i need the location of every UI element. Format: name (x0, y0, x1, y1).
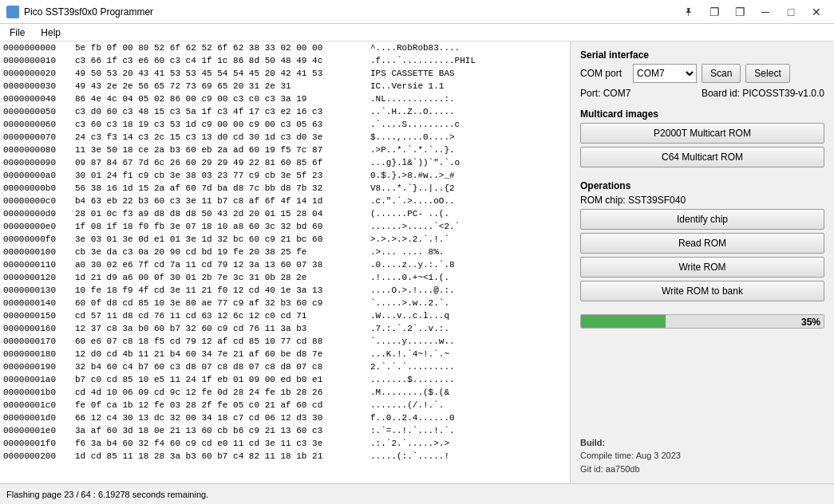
hex-bytes: 60 0f d8 cd 85 10 3e 80 ae 77 c9 af 32 b… (75, 298, 370, 308)
hex-addr: 0000000200 (3, 451, 75, 461)
hex-addr: 0000000060 (3, 120, 75, 129)
p2000t-multicart-button[interactable]: P2000T Multicart ROM (580, 123, 824, 144)
hex-ascii: .>... .... 8%. (370, 247, 444, 257)
hex-bytes: 1d 21 d9 a6 00 0f 30 01 2b 7e 3c 31 0b 2… (75, 273, 370, 282)
hex-row: 000000014060 0f d8 cd 85 10 3e 80 ae 77 … (0, 297, 570, 309)
hex-row: 0000000110a0 30 02 e6 7f cd 7a 11 cd 79 … (0, 258, 570, 271)
serial-row: COM port COM7 Scan Select (580, 64, 824, 83)
hex-row: 00000002001d cd 85 11 18 28 3a b3 60 b7 … (0, 450, 570, 463)
hex-bytes: 5e fb 0f 00 80 52 6f 62 52 6f 62 38 33 0… (75, 43, 370, 53)
select-button[interactable]: Select (745, 64, 789, 83)
hex-bytes: 12 d0 cd 4b 11 21 b4 60 34 7e 21 af 60 b… (75, 349, 370, 359)
menu-file[interactable]: File (6, 26, 28, 39)
hex-addr: 0000000140 (3, 298, 75, 308)
hex-row: 00000000005e fb 0f 00 80 52 6f 62 52 6f … (0, 41, 570, 54)
status-bar: Flashing page 23 / 64 : 6.19278 seconds … (0, 483, 834, 504)
hex-ascii: >.>.>.>.2.`.!.` (370, 234, 449, 244)
hex-addr: 00000000f0 (3, 234, 75, 244)
write-rom-to-bank-button[interactable]: Write ROM to bank (580, 281, 824, 301)
hex-ascii: ...g}.l&`))`".`.o (370, 158, 460, 167)
rom-chip-label: ROM chip: SST39SF040 (580, 195, 824, 206)
hex-row: 00000001f0f6 3a b4 60 32 f4 60 c9 cd e0 … (0, 437, 570, 450)
hex-row: 000000017060 e6 07 c8 18 f5 cd 79 12 af … (0, 335, 570, 348)
hex-ascii: :.`=..!.`...!.`. (370, 426, 455, 435)
minimize-button[interactable]: ─ (754, 4, 777, 20)
hex-row: 00000001e03a af 60 3d 18 0e 21 13 60 cb … (0, 424, 570, 437)
read-rom-button[interactable]: Read ROM (580, 233, 824, 254)
hex-ascii: .......(/.!.`. (370, 400, 444, 410)
restore1-button[interactable]: ❐ (703, 4, 725, 20)
compile-time: Compile time: Aug 3 2023 (580, 449, 824, 463)
hex-addr: 00000000c0 (3, 196, 75, 206)
hex-addr: 0000000170 (3, 337, 75, 346)
hex-row: 000000018012 d0 cd 4b 11 21 b4 60 34 7e … (0, 348, 570, 360)
hex-row: 00000001d066 12 c4 30 13 dc 32 00 34 18 … (0, 411, 570, 424)
menu-bar: File Help (0, 24, 834, 41)
hex-row: 000000002049 50 53 20 43 41 53 53 45 54 … (0, 67, 570, 80)
hex-bytes: cd 57 11 d8 cd 76 11 cd 63 12 6c 12 c0 c… (75, 311, 370, 321)
hex-ascii: .!....0.+~<1.(. (370, 273, 449, 282)
hex-ascii: V8...*.`}..|..{2 (370, 183, 455, 193)
hex-row: 00000000f03e 03 01 3e 0d e1 01 3e 1d 32 … (0, 233, 570, 246)
maximize-button[interactable]: □ (780, 4, 802, 20)
restore2-button[interactable]: ❐ (729, 4, 751, 20)
window-title: Pico SST39sf0x0 Programmer (24, 6, 153, 18)
hex-addr: 0000000000 (3, 43, 75, 53)
close-button[interactable]: ✕ (805, 4, 828, 20)
hex-ascii: f..0..2.4......0 (370, 413, 455, 423)
hex-addr: 00000001c0 (3, 400, 75, 410)
serial-section: Serial interface COM port COM7 Scan Sele… (580, 49, 824, 99)
hex-ascii: ...K.!.`4~!.`.~ (370, 349, 449, 359)
hex-addr: 0000000180 (3, 349, 75, 359)
hex-scroll[interactable]: 00000000005e fb 0f 00 80 52 6f 62 52 6f … (0, 41, 570, 483)
hex-row: 0000000060c3 60 c3 18 19 c3 53 1d c9 00 … (0, 118, 570, 131)
hex-bytes: cd 4d 10 06 09 cd 9c 12 fe 0d 28 24 fe 1… (75, 388, 370, 397)
hex-ascii: ^....RobRob83.... (370, 43, 460, 53)
hex-bytes: 28 01 0c f3 a9 d8 d8 d8 50 43 2d 20 01 1… (75, 209, 370, 219)
hex-ascii: .f...`..........PHIL (370, 56, 476, 65)
hex-bytes: 49 43 2e 2e 56 65 72 73 69 65 20 31 2e 3… (75, 81, 370, 91)
hex-ascii: .......$........ (370, 375, 455, 384)
port-info-row: Port: COM7 Board id: PICOSST39-v1.0.0 (580, 88, 824, 99)
serial-title: Serial interface (580, 49, 824, 61)
hex-ascii: (......PC- ..(. (370, 209, 449, 219)
hex-row: 00000001201d 21 d9 a6 00 0f 30 01 2b 7e … (0, 271, 570, 284)
c64-multicart-button[interactable]: C64 Multicart ROM (580, 147, 824, 167)
hex-bytes: 56 38 16 1d 15 2a af 60 7d ba d8 7c bb d… (75, 183, 370, 193)
hex-addr: 0000000130 (3, 285, 75, 295)
identify-chip-button[interactable]: Identify chip (580, 209, 824, 230)
build-section: Build: Compile time: Aug 3 2023 Git id: … (580, 436, 824, 476)
progress-section: 35% (580, 314, 824, 329)
hex-addr: 00000001a0 (3, 375, 75, 384)
hex-row: 0000000010c3 66 1f c3 e6 60 c3 c4 1f 1c … (0, 54, 570, 67)
multicard-title: Multicard images (580, 108, 824, 120)
hex-bytes: 3a af 60 3d 18 0e 21 13 60 cb b6 c9 21 1… (75, 426, 370, 435)
scan-button[interactable]: Scan (702, 64, 741, 83)
write-rom-button[interactable]: Write ROM (580, 257, 824, 278)
hex-bytes: c3 60 c3 18 19 c3 53 1d c9 00 00 c9 00 c… (75, 120, 370, 129)
hex-bytes: 10 fe 18 f9 4f cd 3e 11 21 f0 12 cd 40 1… (75, 285, 370, 295)
menu-help[interactable]: Help (38, 26, 64, 39)
hex-row: 00000001c0fe 0f ca 1b 12 fe 03 28 2f fe … (0, 399, 570, 411)
title-bar-controls: 🖈 ❐ ❐ ─ □ ✕ (678, 4, 828, 20)
pin-button[interactable]: 🖈 (678, 4, 700, 20)
hex-addr: 0000000150 (3, 311, 75, 321)
hex-addr: 0000000100 (3, 247, 75, 257)
com-port-select[interactable]: COM7 (633, 64, 697, 83)
hex-row: 000000008011 3e 50 18 ce 2a b3 60 eb 2a … (0, 144, 570, 156)
board-id-label: Board id: PICOSST39-v1.0.0 (702, 88, 824, 99)
hex-bytes: 09 87 84 67 7d 6c 26 60 29 29 49 22 81 6… (75, 158, 370, 167)
hex-row: 00000000c0b4 63 eb 22 b3 60 c3 3e 11 b7 … (0, 195, 570, 207)
title-bar-left: Pico SST39sf0x0 Programmer (6, 6, 153, 18)
hex-bytes: 1d cd 85 11 18 28 3a b3 60 b7 c4 82 11 1… (75, 451, 370, 461)
hex-bytes: 86 4e 4c 04 05 02 86 00 c9 00 c3 c0 c3 3… (75, 94, 370, 104)
hex-addr: 0000000070 (3, 132, 75, 142)
multicard-section: Multicard images P2000T Multicart ROM C6… (580, 108, 824, 171)
progress-bar-fill (581, 315, 666, 328)
hex-row: 000000003049 43 2e 2e 56 65 72 73 69 65 … (0, 80, 570, 93)
hex-row: 000000019032 b4 60 c4 b7 60 c3 d8 07 c8 … (0, 360, 570, 373)
hex-ascii: `.....>.w..2.`. (370, 298, 449, 308)
operations-title: Operations (580, 180, 824, 191)
hex-addr: 00000001b0 (3, 388, 75, 397)
hex-bytes: a0 30 02 e6 7f cd 7a 11 cd 79 12 3a 13 6… (75, 260, 370, 270)
